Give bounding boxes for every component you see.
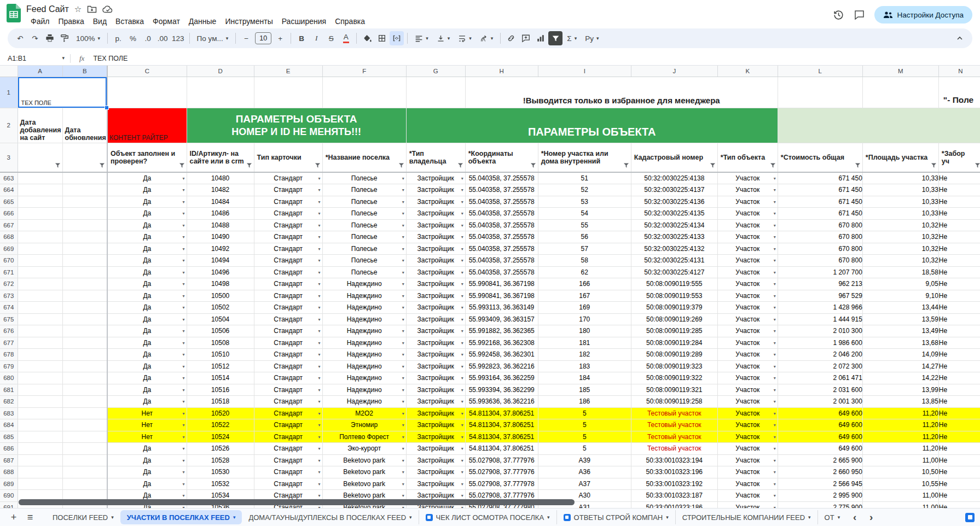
cell-cadastre-number[interactable]: 50:08:0090119:258: [631, 396, 717, 408]
cell-fence[interactable]: Не: [938, 313, 980, 325]
column-header-C[interactable]: C: [107, 66, 187, 77]
cell-owner-type[interactable]: Застройщик▾: [406, 454, 465, 466]
cell-date-updated[interactable]: [62, 196, 107, 208]
row-header-669[interactable]: 669: [0, 243, 18, 255]
dropdown-arrow-icon[interactable]: ▾: [183, 199, 185, 204]
cell-plot-number[interactable]: 5: [538, 419, 631, 431]
dropdown-arrow-icon[interactable]: ▾: [402, 317, 404, 322]
cell-cadastre-number[interactable]: 50:33:0010323:196: [631, 466, 717, 478]
dropdown-arrow-icon[interactable]: ▾: [774, 434, 776, 439]
dropdown-arrow-icon[interactable]: ▾: [402, 387, 404, 392]
dropdown-arrow-icon[interactable]: ▾: [402, 340, 404, 345]
cell-card-type[interactable]: Стандарт▾: [254, 208, 322, 220]
cell-village-name[interactable]: Надеждино▾: [322, 337, 406, 349]
cell-object-type[interactable]: Участок▾: [717, 407, 778, 419]
cell-card-type[interactable]: Стандарт▾: [254, 231, 322, 243]
cell-owner-type[interactable]: Застройщик▾: [406, 196, 465, 208]
column-header-B[interactable]: B: [62, 66, 107, 77]
cell-coordinates[interactable]: 55.993409, 36.363157: [465, 313, 538, 325]
cell-cadastre-number[interactable]: 50:32:0030225:4138: [631, 172, 717, 184]
horizontal-scrollbar-thumb[interactable]: [19, 499, 575, 505]
cell-plot-number[interactable]: 167: [538, 290, 631, 302]
cell-plot-area[interactable]: 11,00: [862, 501, 938, 508]
cell-object-type[interactable]: Участок▾: [717, 384, 778, 396]
cell-card-type[interactable]: Стандарт▾: [254, 313, 322, 325]
cell-object-type[interactable]: Участок▾: [717, 219, 778, 231]
row-header-673[interactable]: 673: [0, 290, 18, 302]
cell-date-updated[interactable]: [62, 325, 107, 337]
cell-plot-number[interactable]: 166: [538, 278, 631, 290]
cell-approved[interactable]: Да▾: [107, 231, 187, 243]
cell-plot-area[interactable]: 10,32: [862, 219, 938, 231]
decrease-font-size-button[interactable]: −: [239, 31, 253, 45]
cell-date-updated[interactable]: [62, 478, 107, 490]
cell-total-price[interactable]: 2 072 300: [778, 360, 862, 372]
italic-button[interactable]: I: [309, 31, 323, 45]
cell-total-price[interactable]: 1 207 700: [778, 266, 862, 278]
row-header-667[interactable]: 667: [0, 219, 18, 231]
dropdown-arrow-icon[interactable]: ▾: [774, 493, 776, 498]
filter-header-L[interactable]: *Стоимость общая: [778, 143, 862, 172]
cell-approved[interactable]: Да▾: [107, 172, 187, 184]
dropdown-arrow-icon[interactable]: ▾: [402, 199, 404, 204]
dropdown-arrow-icon[interactable]: ▾: [774, 188, 776, 192]
column-header-A[interactable]: A: [18, 66, 62, 77]
cell-coordinates[interactable]: 55.040358, 37.255578: [465, 172, 538, 184]
cell-total-price[interactable]: 1 986 600: [778, 337, 862, 349]
tab-menu-arrow-icon[interactable]: ▾: [111, 515, 114, 520]
dropdown-arrow-icon[interactable]: ▾: [774, 446, 776, 451]
cell-fence[interactable]: Не: [938, 290, 980, 302]
cell-card-type[interactable]: Стандарт▾: [254, 219, 322, 231]
filter-icon[interactable]: [55, 162, 61, 168]
dropdown-arrow-icon[interactable]: ▾: [774, 246, 776, 251]
dropdown-arrow-icon[interactable]: ▾: [183, 434, 185, 439]
dropdown-arrow-icon[interactable]: ▾: [318, 364, 321, 369]
dropdown-arrow-icon[interactable]: ▾: [318, 387, 321, 392]
tab-menu-arrow-icon[interactable]: ▾: [547, 515, 550, 520]
dropdown-arrow-icon[interactable]: ▾: [183, 458, 185, 463]
cell-plot-number[interactable]: 54: [538, 208, 631, 220]
cell-object-type[interactable]: Участок▾: [717, 196, 778, 208]
cell-owner-type[interactable]: Застройщик▾: [406, 325, 465, 337]
tab-scroll-right-icon[interactable]: ›: [863, 510, 879, 524]
sheets-logo-icon[interactable]: [7, 4, 21, 25]
cell-object-type[interactable]: Участок▾: [717, 243, 778, 255]
cell-date-updated[interactable]: [62, 360, 107, 372]
cell-approved[interactable]: Да▾: [107, 325, 187, 337]
cell-approved[interactable]: Нет▾: [107, 407, 187, 419]
cell-date-updated[interactable]: [62, 407, 107, 419]
cell-article-id[interactable]: 10490: [187, 231, 254, 243]
cell-fence[interactable]: Не: [938, 266, 980, 278]
row-header-691[interactable]: 691: [0, 501, 18, 508]
row-header-685[interactable]: 685: [0, 431, 18, 443]
cell-fence[interactable]: Не: [938, 443, 980, 455]
cell-fence[interactable]: Не: [938, 278, 980, 290]
share-button[interactable]: Настройки Доступа: [874, 6, 972, 24]
cell-coordinates[interactable]: 55.991882, 36.362365: [465, 325, 538, 337]
row-header-1[interactable]: 1: [0, 77, 18, 108]
dropdown-arrow-icon[interactable]: ▾: [774, 317, 776, 322]
cell-fence[interactable]: Не: [938, 419, 980, 431]
dropdown-arrow-icon[interactable]: ▾: [318, 470, 321, 475]
dropdown-arrow-icon[interactable]: ▾: [402, 352, 404, 357]
menu-item-5[interactable]: Формат: [148, 16, 184, 27]
cell-fence[interactable]: Не: [938, 325, 980, 337]
cell-article-id[interactable]: 10510: [187, 349, 254, 361]
filter-icon[interactable]: [530, 162, 536, 168]
cell-plot-area[interactable]: 11,20: [862, 431, 938, 443]
cell-total-price[interactable]: 2 665 900: [778, 454, 862, 466]
cell-date-updated[interactable]: [62, 384, 107, 396]
cell-cadastre-number[interactable]: 50:32:0030225:4137: [631, 184, 717, 196]
version-history-icon[interactable]: [833, 9, 844, 21]
dropdown-arrow-icon[interactable]: ▾: [402, 458, 404, 463]
dropdown-arrow-icon[interactable]: ▾: [318, 411, 321, 416]
sheet-tab-7[interactable]: ОТ▾: [817, 510, 847, 524]
cell-article-id[interactable]: 10530: [187, 466, 254, 478]
cell-date-added[interactable]: [18, 478, 62, 490]
menu-item-4[interactable]: Вставка: [111, 16, 148, 27]
cell-total-price[interactable]: 1 428 966: [778, 302, 862, 314]
cell-coordinates[interactable]: 55.027908, 37.777978: [465, 478, 538, 490]
dropdown-arrow-icon[interactable]: ▾: [183, 258, 185, 263]
cell-fence[interactable]: Не: [938, 431, 980, 443]
cell-card-type[interactable]: Стандарт▾: [254, 302, 322, 314]
